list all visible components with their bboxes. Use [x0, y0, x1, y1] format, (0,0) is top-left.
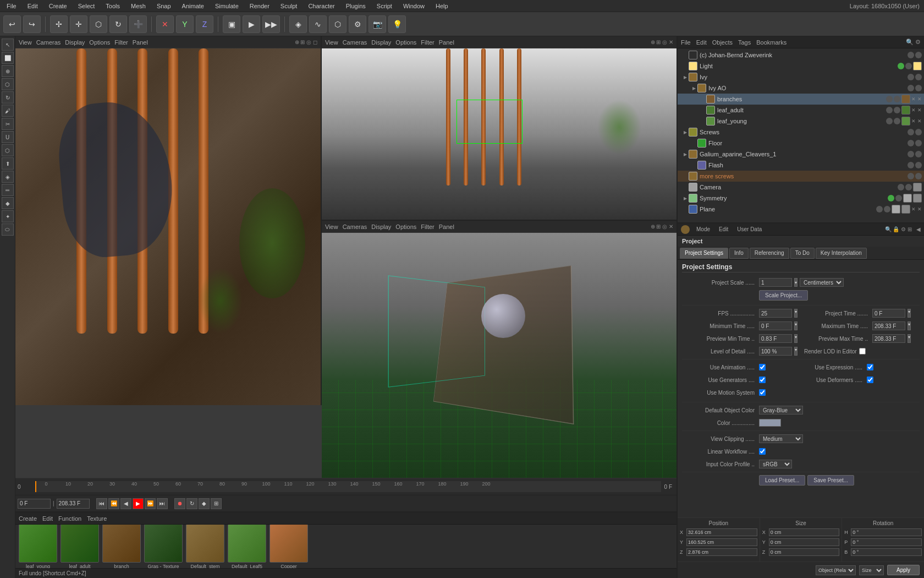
y-button[interactable]: Y — [176, 15, 194, 33]
menu-item-script[interactable]: Script — [375, 2, 394, 10]
mode-btn-edit[interactable]: Edit — [717, 225, 730, 233]
obj-file[interactable]: File — [681, 39, 691, 46]
obj-row-0[interactable]: (c) Johan-Bernd Zweverink — [678, 50, 924, 61]
obj-row-leaf-adult[interactable]: leaf_adult ✕ ✕ — [678, 105, 924, 116]
obj-vis-flash[interactable] — [908, 162, 914, 168]
menu-item-animate[interactable]: Animate — [180, 2, 206, 10]
obj-render-symmetry[interactable] — [895, 195, 902, 201]
mode-btn-user-data[interactable]: User Data — [735, 225, 764, 233]
render-button[interactable]: ▶ — [243, 15, 260, 33]
obj-row-symmetry[interactable]: ▶ Symmetry — [678, 193, 924, 204]
psr-size-y-input[interactable] — [769, 538, 840, 546]
obj-vis-ivy[interactable] — [908, 74, 914, 80]
time-end-input[interactable] — [57, 499, 90, 509]
camera-tool-button[interactable]: 📷 — [369, 15, 386, 33]
rotate-tool-button[interactable]: ↻ — [109, 15, 127, 33]
obj-row-flash[interactable]: Flash — [678, 160, 924, 171]
obj-expand-ivy-ao[interactable]: ▶ — [691, 86, 697, 91]
obj-row-leaf-young[interactable]: leaf_young ✕ ✕ — [678, 116, 924, 127]
obj-vis-leaf-young[interactable] — [886, 118, 893, 124]
use-def-check[interactable] — [867, 377, 873, 383]
viewport-left[interactable]: View Cameras Display Options Filter Pane… — [15, 36, 322, 405]
obj-row-plane[interactable]: Plane ✕ ✕ — [678, 204, 924, 215]
obj-row-ivy[interactable]: ▶ Ivy — [678, 72, 924, 83]
use-anim-check[interactable] — [759, 364, 766, 370]
props-collapse[interactable]: ◀ — [916, 226, 921, 232]
viewport-rt-content[interactable] — [322, 48, 676, 220]
obj-row-more-screws[interactable]: more screws — [678, 171, 924, 182]
obj-render-screws[interactable] — [915, 129, 922, 135]
go-end-button[interactable]: ⏭ — [157, 498, 168, 509]
obj-render-plane[interactable] — [884, 206, 890, 212]
tool-knife[interactable]: ✂ — [2, 118, 14, 130]
timeline-ruler[interactable]: 01020 304050 607080 90100110 120130140 1… — [35, 481, 661, 492]
keyframe-button[interactable]: ◆ — [199, 498, 210, 509]
obj-row-branches[interactable]: branches ✕ ✕ — [678, 94, 924, 105]
vp-rt-panel[interactable]: Panel — [439, 39, 454, 46]
mat-item-leaf_adult[interactable]: leaf_adult — [61, 525, 99, 568]
vp-rt-cameras[interactable]: Cameras — [343, 39, 367, 46]
vp-rb-options[interactable]: Options — [395, 223, 416, 230]
viewport-right-bottom[interactable]: View Cameras Display Options Filter Pane… — [322, 221, 676, 478]
obj-render-leaf-adult[interactable] — [894, 107, 900, 113]
prop-input-fps[interactable] — [759, 309, 792, 318]
light-tool-button[interactable]: 💡 — [388, 15, 406, 33]
vp-left-cameras[interactable]: Cameras — [36, 39, 61, 46]
tab-key-interpolation[interactable]: Key Interpolation — [816, 248, 867, 259]
obj-vis-camera[interactable] — [898, 184, 904, 190]
obj-mat-plane-1[interactable] — [892, 205, 900, 214]
tool-magnet[interactable]: U — [2, 131, 14, 143]
effector-button[interactable]: ⚙ — [349, 15, 366, 33]
mat-item-gras---texture[interactable]: Gras - Texture — [144, 525, 183, 568]
use-gen-check[interactable] — [759, 377, 766, 383]
obj-vis-light[interactable] — [898, 63, 904, 69]
obj-row-galium[interactable]: ▶ Galium_aparine_Cleavers_1 — [678, 149, 924, 160]
mat-texture[interactable]: Texture — [87, 515, 107, 522]
step-forward-button[interactable]: ⏩ — [145, 498, 156, 509]
psr-pos-z-input[interactable] — [686, 548, 757, 556]
menu-item-select[interactable]: Select — [76, 2, 97, 10]
vp-rb-view[interactable]: View — [325, 223, 338, 230]
obj-render-leaf-young[interactable] — [894, 118, 900, 124]
obj-mat-leaf-adult[interactable] — [901, 106, 910, 114]
tool-move[interactable]: ⊕ — [2, 65, 14, 77]
menu-item-help[interactable]: Help — [433, 2, 450, 10]
obj-row-light[interactable]: Light — [678, 61, 924, 72]
mat-function[interactable]: Function — [58, 515, 81, 522]
mat-item-default_stem[interactable]: Default_stem — [186, 525, 224, 568]
x-button[interactable]: ✕ — [156, 15, 174, 33]
record-button[interactable]: ⏺ — [174, 498, 185, 509]
obj-mat-sym-2[interactable] — [913, 194, 922, 203]
component-button[interactable]: ◈ — [289, 15, 307, 33]
tab-project-settings[interactable]: Project Settings — [680, 248, 728, 259]
mat-item-copper[interactable]: Copper — [270, 525, 308, 568]
menu-item-simulate[interactable]: Simulate — [213, 2, 241, 10]
menu-item-window[interactable]: Window — [401, 2, 427, 10]
tool-dissolve[interactable]: ✦ — [2, 210, 14, 222]
lod-stepper[interactable]: ▾ — [794, 347, 798, 356]
obj-mat-camera[interactable] — [913, 183, 922, 192]
z-button[interactable]: Z — [196, 15, 213, 33]
redo-button[interactable]: ↪ — [23, 15, 41, 33]
min-time-stepper[interactable]: ▾ — [794, 321, 798, 330]
obj-vis-branches[interactable] — [886, 96, 893, 102]
obj-vis-galium[interactable] — [908, 151, 914, 157]
obj-expand-symmetry[interactable]: ▶ — [682, 196, 689, 201]
obj-render-ivy[interactable] — [915, 74, 922, 80]
obj-row-floor[interactable]: Floor — [678, 138, 924, 149]
spline-button[interactable]: ∿ — [309, 15, 327, 33]
prop-input-prev-min[interactable] — [759, 334, 792, 343]
obj-render-light[interactable] — [905, 63, 912, 69]
undo-button[interactable]: ↩ — [3, 15, 21, 33]
tool-scale[interactable]: ⬡ — [2, 78, 14, 90]
prop-input-max-time[interactable] — [872, 321, 905, 330]
mat-item-default_leaf5[interactable]: Default_Leaf5 — [228, 525, 266, 568]
obj-mat-branches[interactable] — [901, 95, 910, 103]
obj-vis-floor[interactable] — [908, 140, 914, 146]
tab-referencing[interactable]: Referencing — [750, 248, 789, 259]
psr-pos-x-input[interactable] — [686, 528, 757, 536]
save-preset-button[interactable]: Save Preset... — [807, 475, 854, 486]
coord-mode-select[interactable]: Object (Rela World — [816, 565, 856, 575]
apply-button[interactable]: Apply — [887, 565, 920, 575]
prop-input-scale[interactable] — [759, 278, 792, 287]
